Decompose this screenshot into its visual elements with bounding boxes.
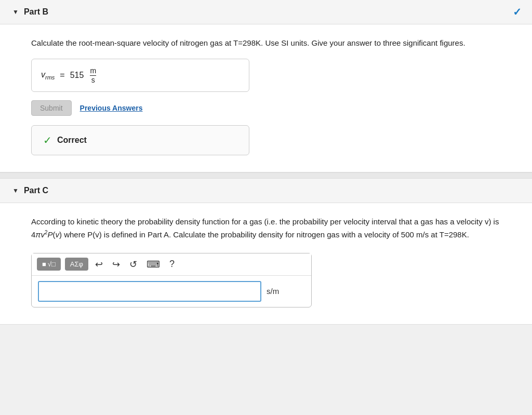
part-b-answer-box: vrms = 515 m s <box>31 59 249 92</box>
part-c-body: According to kinetic theory the probabil… <box>0 203 532 324</box>
fraction-denominator: s <box>91 76 95 84</box>
part-b-formula: vrms = 515 m s <box>41 66 240 84</box>
part-c-text-part2: where P(v) is defined in Part A. Calcula… <box>62 230 469 239</box>
math-input-area: ■ √□ ΑΣφ ↩ ↪ ↺ ⌨ ? s/m <box>31 253 312 307</box>
fraction-numerator: m <box>90 66 96 76</box>
equals-sign: = <box>60 71 64 80</box>
part-b-section: ▼ Part B ✓ Calculate the root-mean-squar… <box>0 0 532 172</box>
answer-value: 515 <box>70 71 84 80</box>
math-input-row: s/m <box>32 276 311 307</box>
part-b-title: Part B <box>24 7 48 17</box>
part-c-header: ▼ Part C <box>0 179 532 203</box>
unit-label: s/m <box>267 287 279 296</box>
part-b-question: Calculate the root-mean-square velocity … <box>31 37 501 49</box>
section-separator <box>0 172 532 179</box>
submit-row: Submit Previous Answers <box>31 100 501 116</box>
undo-button[interactable]: ↩ <box>92 258 105 271</box>
submit-button[interactable]: Submit <box>31 100 72 116</box>
correct-label: Correct <box>57 136 87 145</box>
sqrt-symbol: √□ <box>48 260 56 268</box>
previous-answers-link[interactable]: Previous Answers <box>80 104 143 112</box>
keyboard-button[interactable]: ⌨ <box>144 258 163 271</box>
alpha-sigma-phi-button[interactable]: ΑΣφ <box>65 258 88 271</box>
redo-button[interactable]: ↪ <box>110 258 123 271</box>
part-c-question: According to kinetic theory the probabil… <box>31 216 501 242</box>
correct-checkmark-icon: ✓ <box>43 134 52 146</box>
help-button[interactable]: ? <box>167 258 177 271</box>
part-c-toggle[interactable]: ▼ <box>12 187 19 194</box>
part-c-text-part1: According to kinetic theory the probabil… <box>31 217 499 226</box>
part-b-header: ▼ Part B ✓ <box>0 0 532 24</box>
correct-box: ✓ Correct <box>31 125 249 155</box>
part-b-toggle[interactable]: ▼ <box>12 8 19 16</box>
part-b-checkmark: ✓ <box>513 6 522 18</box>
vrms-var: vrms <box>41 70 55 81</box>
sqrt-icon: ■ <box>42 260 46 268</box>
sqrt-button[interactable]: ■ √□ <box>37 258 61 271</box>
unit-fraction: m s <box>90 66 96 84</box>
math-toolbar: ■ √□ ΑΣφ ↩ ↪ ↺ ⌨ ? <box>32 253 311 276</box>
part-b-body: Calculate the root-mean-square velocity … <box>0 24 532 172</box>
part-c-title: Part C <box>24 186 48 195</box>
refresh-button[interactable]: ↺ <box>127 258 140 271</box>
part-c-math: 4πv2P(v) <box>31 230 62 239</box>
math-input-field[interactable] <box>38 281 261 302</box>
part-c-section: ▼ Part C According to kinetic theory the… <box>0 179 532 325</box>
